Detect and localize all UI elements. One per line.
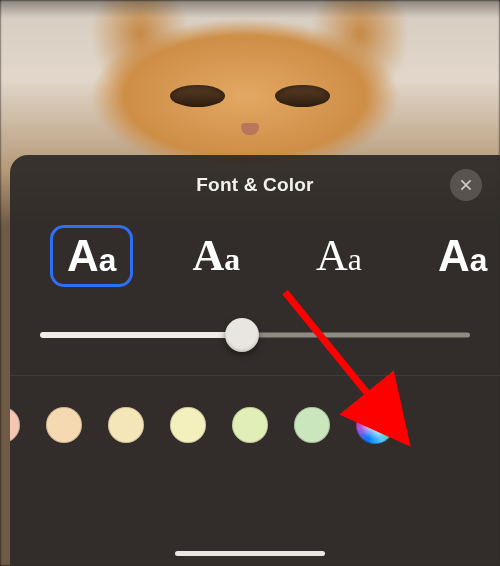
color-swatch-5[interactable] [294,407,330,443]
color-swatch-2[interactable] [108,407,144,443]
slider-track-remaining [242,333,470,338]
color-swatch-1[interactable] [46,407,82,443]
color-swatch-3[interactable] [170,407,206,443]
weight-slider[interactable] [40,325,470,345]
weight-slider-container [10,287,500,375]
font-option-0[interactable]: Aa [50,225,133,287]
slider-track-filled [40,332,242,338]
font-option-1[interactable]: Aa [175,225,257,287]
screenshot-viewport: Font & Color AaAaAaAa [0,0,500,566]
color-swatch-0[interactable] [10,407,20,443]
color-swatch-4[interactable] [232,407,268,443]
font-options-row: AaAaAaAa [10,215,500,287]
font-option-2[interactable]: Aa [299,225,379,287]
home-indicator[interactable] [175,551,325,556]
font-color-sheet: Font & Color AaAaAaAa [10,155,500,566]
close-button[interactable] [450,169,482,201]
slider-thumb[interactable] [225,318,259,352]
top-fade [0,0,500,18]
wallpaper-detail [170,85,225,107]
color-swatch-row [10,376,500,474]
wallpaper-detail [275,85,330,107]
font-option-3[interactable]: Aa [421,225,500,287]
sheet-title: Font & Color [196,174,313,196]
close-icon [459,178,473,192]
color-wheel-button[interactable] [356,406,394,444]
sheet-header: Font & Color [10,155,500,215]
